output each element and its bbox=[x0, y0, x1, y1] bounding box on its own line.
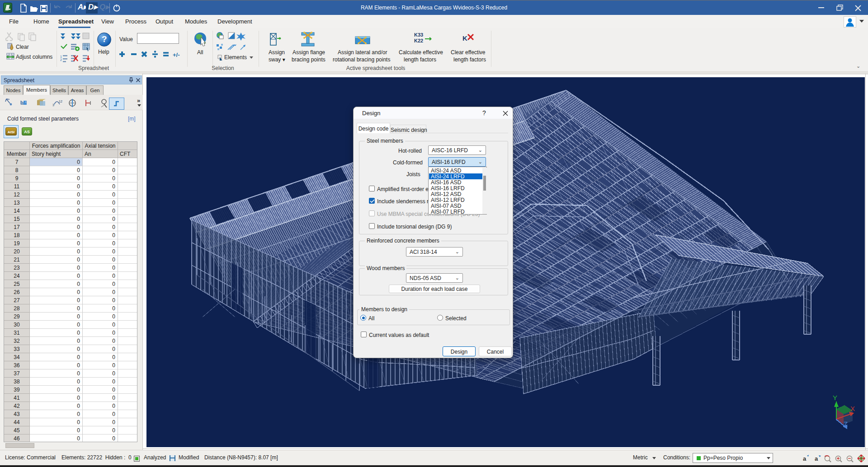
svg-text:12: 12 bbox=[59, 100, 62, 103]
svg-text:1: 1 bbox=[60, 55, 62, 58]
svg-text:+/-: +/- bbox=[173, 51, 180, 58]
svg-text:Y: Y bbox=[833, 394, 837, 402]
svg-text:X: X bbox=[850, 405, 855, 412]
svg-text:3: 3 bbox=[52, 103, 54, 107]
svg-text:Z: Z bbox=[844, 420, 848, 428]
svg-text:a: a bbox=[815, 455, 818, 462]
svg-text:a: a bbox=[803, 455, 807, 462]
svg-text:2: 2 bbox=[60, 58, 62, 61]
